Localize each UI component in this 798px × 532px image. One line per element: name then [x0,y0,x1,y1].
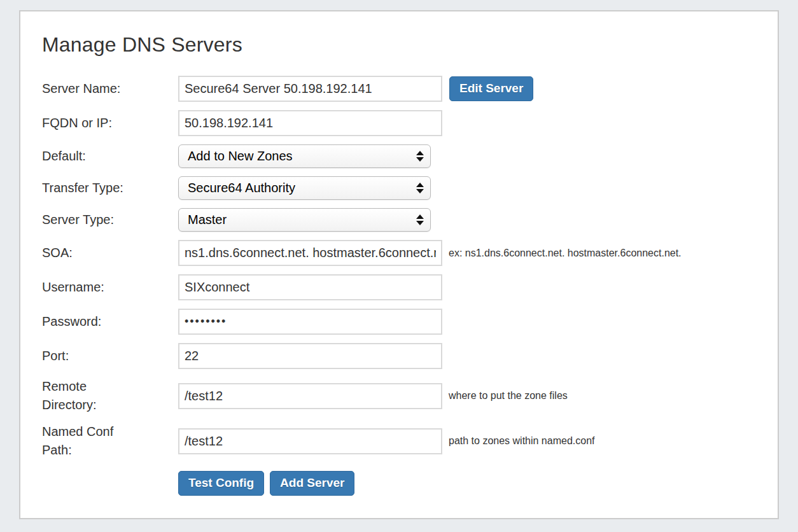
named-conf-path-input[interactable] [178,428,442,454]
test-config-button[interactable]: Test Config [178,471,264,496]
named-conf-path-hint: path to zones within named.conf [449,435,594,447]
add-server-button[interactable]: Add Server [270,471,354,496]
named-conf-path-label: Named Conf Path: [42,423,137,459]
soa-input[interactable] [178,240,442,266]
default-label: Default: [42,147,137,165]
server-name-row: Server Name: Edit Server [42,76,756,102]
select-stepper-icon [416,183,424,193]
username-input[interactable] [178,274,442,300]
default-row: Default: Add to New Zones [42,144,756,168]
transfer-type-row: Transfer Type: Secure64 Authority [42,176,756,200]
password-label: Password: [42,312,137,331]
select-stepper-icon [416,214,424,225]
remote-directory-row: Remote Directory: where to put the zone … [42,377,756,414]
remote-directory-hint: where to put the zone files [449,390,568,402]
port-input[interactable] [178,343,442,369]
named-conf-path-row: Named Conf Path: path to zones within na… [42,423,756,459]
transfer-type-select-value: Secure64 Authority [188,181,295,195]
port-row: Port: [42,343,756,369]
fqdn-label: FQDN or IP: [42,114,137,132]
username-label: Username: [42,278,137,297]
default-select-value: Add to New Zones [188,149,293,164]
fqdn-input[interactable] [178,110,442,136]
soa-label: SOA: [42,244,137,262]
remote-directory-input[interactable] [178,383,442,409]
fqdn-row: FQDN or IP: [42,110,756,136]
username-row: Username: [42,274,756,300]
transfer-type-label: Transfer Type: [42,179,137,197]
port-label: Port: [42,347,137,365]
server-name-input[interactable] [178,76,442,102]
server-type-select[interactable]: Master [178,208,431,232]
form-actions: Test Config Add Server [178,471,756,496]
server-name-label: Server Name: [42,80,137,98]
remote-directory-label: Remote Directory: [42,377,137,414]
server-type-row: Server Type: Master [42,208,756,232]
transfer-type-select[interactable]: Secure64 Authority [178,176,431,200]
soa-row: SOA: ex: ns1.dns.6connect.net. hostmaste… [42,240,756,266]
password-row: Password: [42,309,756,335]
page-title: Manage DNS Servers [42,33,756,57]
manage-dns-servers-panel: Manage DNS Servers Server Name: Edit Ser… [19,10,779,519]
server-type-label: Server Type: [42,211,137,229]
edit-server-button[interactable]: Edit Server [449,76,533,101]
soa-hint: ex: ns1.dns.6connect.net. hostmaster.6co… [449,248,682,259]
server-type-select-value: Master [188,213,227,227]
select-stepper-icon [416,151,424,162]
password-input[interactable] [178,309,442,335]
default-select[interactable]: Add to New Zones [178,144,431,168]
